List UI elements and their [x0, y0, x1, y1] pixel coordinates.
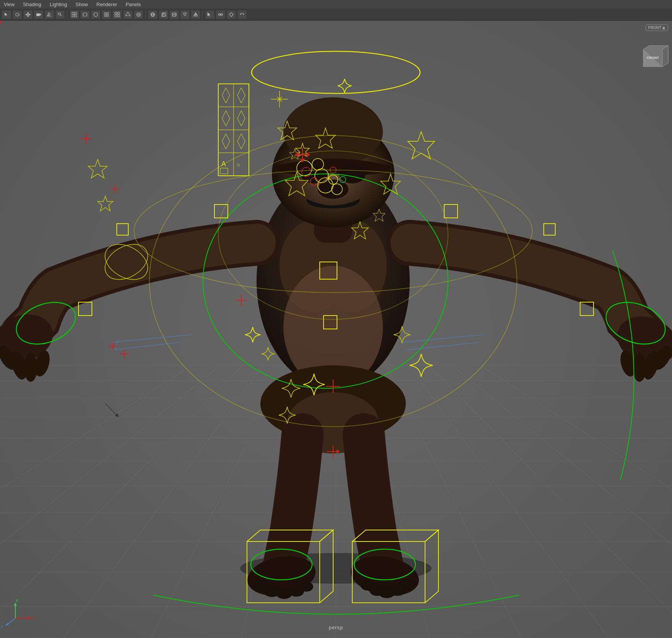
svg-marker-25	[126, 12, 130, 16]
svg-point-90	[339, 164, 366, 183]
svg-point-38	[184, 13, 186, 15]
svg-point-16	[94, 13, 98, 16]
nurbs-btn[interactable]	[134, 10, 144, 19]
cylinder-btn[interactable]	[169, 10, 179, 19]
svg-text:⌂: ⌂	[237, 161, 240, 167]
camera-name-label: FRONT	[648, 26, 661, 30]
camera-type-icon: ▣	[662, 26, 665, 30]
svg-rect-14	[75, 15, 77, 17]
transform-btn[interactable]	[216, 10, 226, 19]
svg-rect-21	[115, 12, 117, 14]
svg-point-0	[16, 13, 19, 16]
svg-rect-18	[107, 13, 108, 14]
svg-rect-7	[36, 13, 40, 16]
grid-btn[interactable]	[69, 10, 79, 19]
svg-rect-23	[115, 15, 117, 17]
svg-rect-17	[105, 13, 106, 14]
svg-rect-13	[72, 15, 74, 17]
lasso-tool-btn[interactable]	[12, 10, 22, 19]
menu-show[interactable]: Show	[74, 1, 90, 8]
light-btn[interactable]	[180, 10, 190, 19]
svg-text:A: A	[221, 160, 226, 168]
svg-rect-19	[105, 15, 106, 16]
svg-rect-22	[118, 12, 119, 14]
select-tool-btn[interactable]	[2, 10, 11, 19]
svg-text:x: x	[32, 616, 34, 620]
svg-point-26	[137, 13, 141, 16]
svg-point-44	[195, 14, 196, 15]
menu-shading[interactable]: Shading	[21, 1, 43, 8]
svg-text:FRONT: FRONT	[647, 56, 659, 60]
svg-marker-3	[28, 12, 29, 13]
svg-line-42	[186, 13, 187, 13]
svg-rect-24	[118, 15, 119, 17]
svg-marker-8	[40, 13, 41, 16]
svg-point-35	[172, 15, 176, 16]
sphere-btn[interactable]	[148, 10, 158, 19]
poly-btn[interactable]	[101, 10, 111, 19]
svg-text:z: z	[1, 624, 3, 629]
toolbar	[0, 8, 672, 21]
svg-marker-5	[26, 14, 27, 15]
viewport-svg: A ⌂ x y z	[0, 21, 672, 638]
select-mode-btn[interactable]	[205, 10, 215, 19]
material-btn[interactable]	[191, 10, 201, 19]
snap-btn[interactable]	[226, 10, 236, 19]
mesh-btn[interactable]	[112, 10, 122, 19]
svg-rect-45	[219, 14, 220, 15]
svg-marker-4	[28, 16, 29, 17]
magnet-btn[interactable]	[237, 10, 247, 19]
sep2	[146, 11, 146, 18]
svg-text:y: y	[16, 598, 18, 602]
subdiv-btn[interactable]	[123, 10, 133, 19]
view-label: FRONT ▣	[646, 25, 668, 31]
menu-renderer[interactable]: Renderer	[95, 1, 119, 8]
svg-rect-12	[75, 12, 77, 14]
svg-point-115	[399, 579, 415, 590]
cube-btn[interactable]	[159, 10, 168, 19]
svg-rect-11	[72, 12, 74, 14]
svg-rect-15	[83, 13, 87, 16]
menubar: View Shading Lighting Show Renderer Pane…	[0, 0, 672, 8]
paint-btn[interactable]	[55, 10, 65, 19]
svg-marker-6	[29, 14, 30, 15]
svg-point-109	[299, 582, 313, 592]
rect-btn[interactable]	[80, 10, 90, 19]
move-tool-btn[interactable]	[23, 10, 33, 19]
svg-rect-20	[107, 15, 108, 16]
svg-point-34	[172, 13, 176, 14]
svg-rect-46	[221, 14, 222, 15]
sep1	[67, 11, 67, 18]
circle-btn[interactable]	[91, 10, 101, 19]
camera-btn[interactable]	[34, 10, 44, 19]
menu-view[interactable]: View	[2, 1, 16, 8]
svg-point-48	[230, 13, 233, 16]
pencil-btn[interactable]	[44, 10, 54, 19]
svg-point-27	[138, 14, 139, 15]
viewport[interactable]: A ⌂ x y z	[0, 21, 672, 638]
menu-panels[interactable]: Panels	[124, 1, 142, 8]
persp-label: persp	[329, 625, 343, 630]
menu-lighting[interactable]: Lighting	[48, 1, 69, 8]
svg-line-41	[183, 13, 184, 13]
sep3	[203, 11, 203, 18]
